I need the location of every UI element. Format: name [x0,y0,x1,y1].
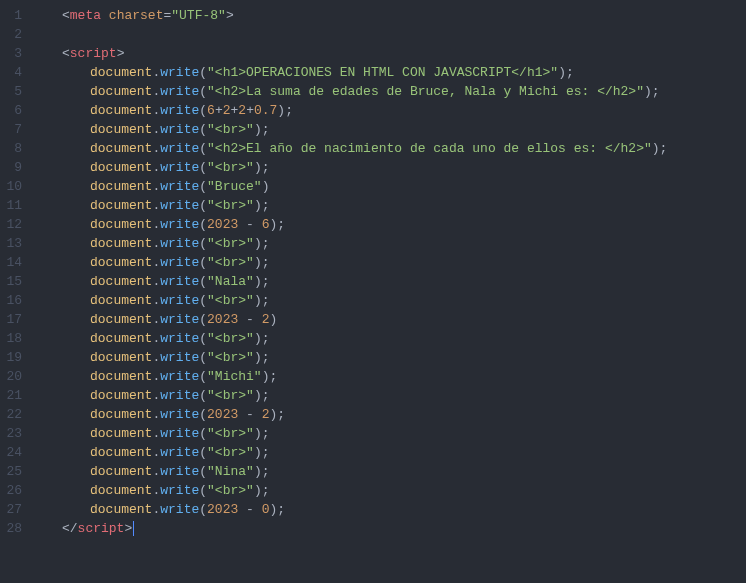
line-number: 22 [0,405,22,424]
code-line[interactable]: document.write("<br>"); [34,158,746,177]
code-line[interactable]: document.write("Nina"); [34,462,746,481]
code-line[interactable]: document.write("<br>"); [34,386,746,405]
code-line[interactable]: document.write(6+2+2+0.7); [34,101,746,120]
string-literal: "<br>" [207,331,254,346]
code-line[interactable]: document.write("Nala"); [34,272,746,291]
line-number: 10 [0,177,22,196]
code-line[interactable]: document.write("<br>"); [34,291,746,310]
operator: + [215,103,223,118]
method-write: write [160,198,199,213]
number-literal: 2023 [207,312,238,327]
attr-value: "UTF-8" [171,8,226,23]
code-line[interactable]: document.write("<br>"); [34,196,746,215]
identifier-document: document [90,198,152,213]
identifier-document: document [90,84,152,99]
string-literal: "<br>" [207,255,254,270]
line-number: 2 [0,25,22,44]
code-line[interactable] [34,25,746,44]
identifier-document: document [90,502,152,517]
code-line[interactable]: document.write("<br>"); [34,443,746,462]
string-literal: "Nina" [207,464,254,479]
code-line[interactable]: document.write("<h1>OPERACIONES EN HTML … [34,63,746,82]
line-number: 17 [0,310,22,329]
identifier-document: document [90,350,152,365]
string-literal: "<br>" [207,483,254,498]
line-number: 1 [0,6,22,25]
line-number: 25 [0,462,22,481]
code-line[interactable]: <script> [34,44,746,63]
code-line[interactable]: document.write("<br>"); [34,481,746,500]
code-line[interactable]: document.write("<br>"); [34,329,746,348]
identifier-document: document [90,407,152,422]
string-literal: "<br>" [207,350,254,365]
code-editor-area[interactable]: <meta charset="UTF-8"> <script>document.… [34,0,746,583]
method-write: write [160,236,199,251]
code-line[interactable]: document.write("<h2>La suma de edades de… [34,82,746,101]
tag-script-open: script [70,46,117,61]
string-literal: "Bruce" [207,179,262,194]
code-line[interactable]: </script> [34,519,746,538]
code-line[interactable]: document.write(2023 - 0); [34,500,746,519]
line-number: 18 [0,329,22,348]
method-write: write [160,255,199,270]
number-literal: 2023 [207,502,238,517]
number-literal: 2023 [207,217,238,232]
method-write: write [160,407,199,422]
string-literal: "<h2>El año de nacimiento de cada uno de… [207,141,652,156]
identifier-document: document [90,122,152,137]
method-write: write [160,464,199,479]
identifier-document: document [90,293,152,308]
identifier-document: document [90,217,152,232]
identifier-document: document [90,255,152,270]
code-line[interactable]: document.write("Michi"); [34,367,746,386]
method-write: write [160,502,199,517]
method-write: write [160,274,199,289]
operator: - [238,502,261,517]
identifier-document: document [90,274,152,289]
identifier-document: document [90,483,152,498]
line-number: 11 [0,196,22,215]
code-line[interactable]: document.write("<br>"); [34,253,746,272]
code-line[interactable]: document.write("<h2>El año de nacimiento… [34,139,746,158]
line-number: 27 [0,500,22,519]
string-literal: "<h2>La suma de edades de Bruce, Nala y … [207,84,644,99]
method-write: write [160,122,199,137]
identifier-document: document [90,369,152,384]
string-literal: "<br>" [207,160,254,175]
method-write: write [160,84,199,99]
line-number: 6 [0,101,22,120]
number-literal: 6 [207,103,215,118]
number-literal: 2 [262,312,270,327]
method-write: write [160,426,199,441]
code-line[interactable]: document.write(2023 - 6); [34,215,746,234]
code-line[interactable]: document.write("<br>"); [34,120,746,139]
line-number: 12 [0,215,22,234]
line-number: 28 [0,519,22,538]
identifier-document: document [90,445,152,460]
code-line[interactable]: document.write("<br>"); [34,234,746,253]
string-literal: "<br>" [207,198,254,213]
identifier-document: document [90,65,152,80]
code-line[interactable]: <meta charset="UTF-8"> [34,6,746,25]
line-number: 16 [0,291,22,310]
code-line[interactable]: document.write(2023 - 2); [34,405,746,424]
code-line[interactable]: document.write("Bruce") [34,177,746,196]
string-literal: "<br>" [207,426,254,441]
method-write: write [160,312,199,327]
method-write: write [160,217,199,232]
number-literal: 0 [262,502,270,517]
number-literal: 2 [262,407,270,422]
method-write: write [160,483,199,498]
string-literal: "<br>" [207,236,254,251]
number-literal: 2 [223,103,231,118]
operator: - [238,312,261,327]
line-number: 24 [0,443,22,462]
line-number: 7 [0,120,22,139]
tag-meta: meta [70,8,101,23]
code-line[interactable]: document.write(2023 - 2) [34,310,746,329]
code-line[interactable]: document.write("<br>"); [34,424,746,443]
code-line[interactable]: document.write("<br>"); [34,348,746,367]
method-write: write [160,179,199,194]
number-literal: 2 [238,103,246,118]
method-write: write [160,103,199,118]
